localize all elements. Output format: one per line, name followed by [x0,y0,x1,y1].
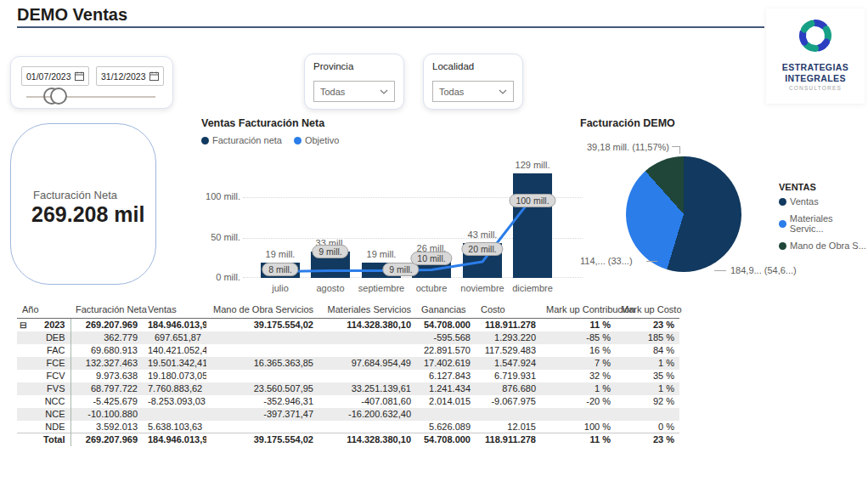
table-cell[interactable] [206,344,318,357]
table-cell[interactable]: -5.425.679 [70,395,143,408]
table-cell[interactable]: 7.760.883,62 [143,382,206,395]
calendar-icon[interactable] [149,71,159,81]
table-cell[interactable]: 118.911.278 [476,433,541,446]
table-cell[interactable]: 184.946.013,97 [143,319,206,331]
table-cell[interactable] [206,331,318,344]
table-cell[interactable]: 114.328.380,10 [318,319,416,331]
table-cell[interactable]: -8.253.093,03 [143,395,206,408]
table-cell[interactable]: 54.708.000 [416,433,476,446]
table-cell[interactable]: -85 % [541,331,616,344]
table-cell[interactable]: 92 % [616,395,679,408]
table-cell[interactable]: 6.127.843 [416,370,476,382]
table-cell[interactable]: 184.946.013,97 [143,433,206,446]
pie-legend-item[interactable]: Ventas [779,196,868,207]
pie-legend-item[interactable]: Mano de Obra S... [779,241,868,251]
column-header-ventas[interactable]: Ventas [143,303,206,319]
bar-facturacion-neta[interactable] [513,173,552,278]
table-cell[interactable]: 1 % [616,357,679,370]
table-cell[interactable]: 12.015 [476,421,541,433]
table-cell[interactable]: 11 % [541,319,616,331]
table-cell[interactable]: 0 % [616,421,679,433]
table-cell[interactable]: -407.081,60 [318,395,416,408]
table-cell[interactable] [318,331,416,344]
table-cell[interactable] [318,344,416,357]
table-cell[interactable]: -595.568 [416,331,476,344]
row-header-cell[interactable]: Total [17,433,70,446]
table-cell[interactable] [206,421,318,433]
table-cell[interactable]: 132.327.463 [70,357,143,370]
table-cell[interactable]: 269.207.969 [70,319,143,331]
table-cell[interactable] [541,408,616,421]
table-cell[interactable] [616,408,679,421]
row-header-cell[interactable]: FVS [17,382,70,395]
table-cell[interactable]: 39.175.554,02 [206,433,318,446]
row-header-cell[interactable]: FCE [17,357,70,370]
table-cell[interactable]: 39.175.554,02 [206,319,318,331]
table-cell[interactable]: 3.592.013 [70,421,143,433]
table-cell[interactable]: 84 % [616,344,679,357]
column-header-costo[interactable]: Costo [476,303,541,319]
table-cell[interactable] [476,408,541,421]
table-cell[interactable]: 11 % [541,433,616,446]
table-cell[interactable]: 1.241.434 [416,382,476,395]
table-cell[interactable] [318,421,416,433]
row-header-cell[interactable]: FCV [17,370,70,382]
table-cell[interactable]: 7 % [541,357,616,370]
table-cell[interactable] [318,370,416,382]
pie-chart[interactable] [626,156,741,272]
table-cell[interactable]: 16 % [541,344,616,357]
table-cell[interactable]: 23 % [616,433,679,446]
table-cell[interactable]: 1 % [541,382,616,395]
table-cell[interactable]: 185 % [616,331,679,344]
table-cell[interactable]: 97.684.954,49 [318,357,416,370]
table-cell[interactable]: 17.402.619 [416,357,476,370]
table-cell[interactable] [416,408,476,421]
table-cell[interactable]: 5.638.103,63 [143,421,206,433]
column-header-mark-up-contribuci-n[interactable]: Mark up Contribución [541,303,616,319]
column-header-mano-de-obra-servicios[interactable]: Mano de Obra Servicios [206,303,318,319]
table-cell[interactable]: 33.251.139,61 [318,382,416,395]
row-header-cell[interactable]: DEB [17,331,70,344]
table-cell[interactable]: -9.067.975 [476,395,541,408]
table-cell[interactable]: 9.973.638 [70,370,143,382]
table-cell[interactable]: 23.560.507,95 [206,382,318,395]
table-cell[interactable]: 140.421.052,43 [143,344,206,357]
row-header-cell[interactable]: NCE [17,408,70,421]
table-cell[interactable]: 100 % [541,421,616,433]
table-cell[interactable]: 269.207.969 [70,433,143,446]
table-cell[interactable]: 362.779 [70,331,143,344]
row-header-cell[interactable]: ⊟2023 [17,319,70,331]
table-cell[interactable] [143,408,206,421]
table-cell[interactable]: 5.626.089 [416,421,476,433]
date-to-input[interactable]: 31/12/2023 [96,66,164,86]
table-cell[interactable]: 114.328.380,10 [318,433,416,446]
table-cell[interactable]: -16.200.632,40 [318,408,416,421]
calendar-icon[interactable] [75,71,84,81]
table-cell[interactable]: 876.680 [476,382,541,395]
column-header-facturaci-n-neta[interactable]: Facturación Neta [70,303,143,319]
row-header-cell[interactable]: FAC [17,344,70,357]
table-cell[interactable]: 23 % [616,319,679,331]
table-cell[interactable]: 54.708.000 [416,319,476,331]
date-from-input[interactable]: 01/07/2023 [21,66,89,86]
localidad-dropdown[interactable]: Todas [432,81,514,102]
table-cell[interactable]: 1 % [616,382,679,395]
table-cell[interactable]: 19.180.073,05 [143,370,206,382]
table-cell[interactable]: 697.651,87 [143,331,206,344]
date-slider-handle-end[interactable] [50,88,67,105]
table-cell[interactable]: 22.891.570 [416,344,476,357]
table-cell[interactable]: 2.014.015 [416,395,476,408]
table-cell[interactable]: 1.547.924 [476,357,541,370]
table-cell[interactable]: -397.371,47 [206,408,318,421]
table-cell[interactable]: -10.100.880 [70,408,143,421]
table-cell[interactable]: 118.911.278 [476,319,541,331]
legend-item-facturacion-neta[interactable]: Facturación neta [201,135,282,145]
table-cell[interactable]: 1.293.220 [476,331,541,344]
table-cell[interactable]: -352.946,31 [206,395,318,408]
table-cell[interactable] [206,370,318,382]
table-cell[interactable]: 19.501.342,41 [143,357,206,370]
table-cell[interactable]: 16.365.363,85 [206,357,318,370]
table-cell[interactable]: 6.719.931 [476,370,541,382]
provincia-dropdown[interactable]: Todas [313,81,395,102]
column-header-a-o[interactable]: Año [17,303,70,319]
